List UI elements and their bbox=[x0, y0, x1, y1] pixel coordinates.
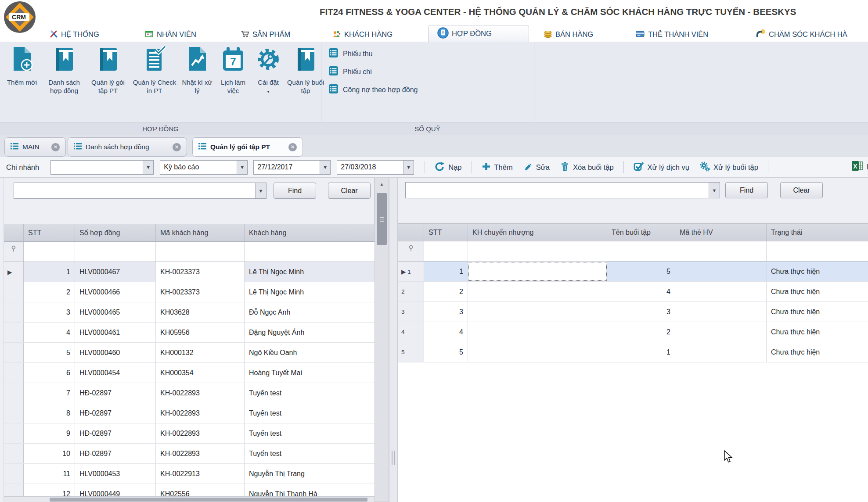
filter-cell[interactable] bbox=[75, 242, 156, 262]
cell-so-hop-dong[interactable]: HĐ-02897 bbox=[75, 444, 156, 463]
cell-stt[interactable]: 6 bbox=[24, 363, 75, 383]
right-search-input[interactable] bbox=[406, 183, 709, 198]
cell-ma-khach-hang[interactable]: KH000354 bbox=[156, 363, 245, 383]
cell-stt[interactable]: 11 bbox=[24, 464, 75, 484]
cell-so-hop-dong[interactable]: HLV0000466 bbox=[75, 282, 156, 302]
left-find-button[interactable]: Find bbox=[274, 183, 316, 199]
cell-ma-khach-hang[interactable]: KH-0022893 bbox=[156, 423, 245, 443]
them-button[interactable]: Thêm bbox=[482, 162, 513, 173]
quan-ly-check-in-pt-button[interactable]: Quản lý Check in PT bbox=[130, 43, 179, 95]
filter-cell[interactable] bbox=[675, 241, 767, 261]
left-search-input[interactable] bbox=[14, 183, 255, 198]
cell-ten-buoi-tap[interactable]: 5 bbox=[607, 262, 675, 281]
table-row[interactable]: 2 HLV0000466 KH-0023373 Lê Thị Ngọc Minh bbox=[4, 282, 375, 302]
cell-trang-thai[interactable]: Chưa thực hiện bbox=[767, 322, 868, 342]
column-header-so-hop-dong[interactable]: Số hợp đồng bbox=[75, 224, 156, 241]
cell-stt[interactable]: 1 bbox=[24, 262, 75, 282]
close-icon[interactable]: ✕ bbox=[288, 143, 297, 151]
cell-kh-chuyen-nhuong[interactable] bbox=[468, 342, 607, 362]
lich-lam-viec-button[interactable]: 7 Lịch làm việc bbox=[215, 43, 251, 95]
date-to-picker[interactable]: 27/03/2018 ▼ bbox=[337, 160, 414, 175]
cell-kh-chuyen-nhuong[interactable] bbox=[468, 302, 607, 322]
filter-cell[interactable] bbox=[156, 242, 245, 262]
doc-tab-danh-sach-hop-dong[interactable]: Danh sách hợp đồng ✕ bbox=[68, 137, 187, 157]
cell-khach-hang[interactable]: Hoàng Tuyết Mai bbox=[245, 363, 375, 383]
cell-so-hop-dong[interactable]: HLV0000460 bbox=[75, 343, 156, 362]
branch-combobox[interactable]: ▼ bbox=[50, 160, 154, 175]
right-search-combobox[interactable]: ▼ bbox=[405, 182, 720, 198]
cell-ten-buoi-tap[interactable]: 3 bbox=[607, 302, 675, 322]
cell-khach-hang[interactable]: Đặng Nguyệt Ánh bbox=[245, 323, 375, 342]
left-horizontal-scrollbar[interactable] bbox=[4, 496, 375, 502]
cell-trang-thai[interactable]: Chưa thực hiện bbox=[767, 262, 868, 281]
cell-stt[interactable]: 2 bbox=[24, 282, 75, 302]
cell-stt[interactable]: 5 bbox=[24, 343, 75, 362]
cell-ma-the-hv[interactable] bbox=[675, 322, 767, 342]
cell-so-hop-dong[interactable]: HLV0000465 bbox=[75, 302, 156, 322]
phieu-chi-button[interactable]: Phiếu chi bbox=[328, 66, 418, 78]
filter-cell[interactable] bbox=[607, 241, 675, 261]
ribbon-tab-khach-hang[interactable]: KHÁCH HÀNG bbox=[332, 27, 393, 42]
cell-khach-hang[interactable]: Nguyễn Thị Trang bbox=[245, 464, 375, 484]
date-from-picker[interactable]: 27/12/2017 ▼ bbox=[253, 160, 331, 175]
cell-ma-the-hv[interactable] bbox=[675, 302, 767, 322]
column-header-stt[interactable]: STT bbox=[24, 224, 75, 241]
table-row[interactable]: 10 HĐ-02897 KH-0022893 Tuyến test bbox=[4, 444, 375, 464]
cell-khach-hang[interactable]: Tuyến test bbox=[245, 403, 375, 423]
cai-dat-button[interactable]: Cài đặt ▾ bbox=[251, 43, 285, 96]
cell-khach-hang[interactable]: Lê Thị Ngọc Minh bbox=[245, 282, 375, 302]
scrollbar-thumb[interactable] bbox=[377, 193, 387, 245]
nap-button[interactable]: Nạp bbox=[435, 161, 461, 173]
filter-cell[interactable] bbox=[424, 241, 468, 261]
cell-ma-khach-hang[interactable]: KH000132 bbox=[156, 343, 245, 362]
scrollbar-thumb[interactable] bbox=[50, 498, 367, 502]
left-vertical-scrollbar[interactable]: ▲ bbox=[375, 178, 389, 502]
cell-stt[interactable]: 5 bbox=[424, 342, 468, 362]
cell-khach-hang[interactable]: Tuyến test bbox=[245, 444, 375, 463]
sua-button[interactable]: Sửa bbox=[523, 162, 550, 173]
left-clear-button[interactable]: Clear bbox=[328, 183, 371, 199]
cell-ma-khach-hang[interactable]: KH-0022893 bbox=[156, 403, 245, 423]
ribbon-tab-nhan-vien[interactable]: NHÂN VIÊN bbox=[145, 27, 196, 42]
table-row[interactable]: 4 4 2 Chưa thực hiện bbox=[398, 322, 868, 342]
table-row[interactable]: 11 HLV0000453 KH-0022913 Nguyễn Thị Tran… bbox=[4, 464, 375, 484]
cell-trang-thai[interactable]: Chưa thực hiện bbox=[767, 342, 868, 362]
ribbon-tab-cham-soc[interactable]: CHĂM SÓC KHÁCH HÀ bbox=[756, 27, 847, 42]
cell-khach-hang[interactable]: Đỗ Ngọc Anh bbox=[245, 302, 375, 322]
cell-khach-hang[interactable]: Ngô Kiều Oanh bbox=[245, 343, 375, 362]
ribbon-tab-ban-hang[interactable]: BÁN HÀNG bbox=[544, 27, 593, 42]
cong-no-theo-hop-dong-button[interactable]: Công nợ theo hợp đồng bbox=[328, 84, 418, 96]
right-find-button[interactable]: Find bbox=[725, 182, 768, 198]
table-row[interactable]: 5 HLV0000460 KH000132 Ngô Kiều Oanh bbox=[4, 343, 375, 363]
column-header-ten-buoi-tap[interactable]: Tên buổi tập bbox=[607, 224, 675, 241]
cell-ten-buoi-tap[interactable]: 2 bbox=[607, 322, 675, 342]
table-row[interactable]: 3 HLV0000465 KH03628 Đỗ Ngọc Anh bbox=[4, 302, 375, 323]
chevron-down-icon[interactable]: ▼ bbox=[237, 161, 247, 174]
column-header-kh-chuyen-nhuong[interactable]: KH chuyển nhượng bbox=[468, 224, 607, 241]
table-row[interactable]: 4 HLV0000461 KH05956 Đặng Nguyệt Ánh bbox=[4, 323, 375, 343]
cell-stt[interactable]: 4 bbox=[424, 322, 468, 342]
cell-stt[interactable]: 3 bbox=[424, 302, 468, 322]
phieu-thu-button[interactable]: Phiếu thu bbox=[328, 48, 418, 60]
cell-so-hop-dong[interactable]: HĐ-02897 bbox=[75, 383, 156, 403]
cell-stt[interactable]: 8 bbox=[24, 403, 75, 423]
cell-ma-khach-hang[interactable]: KH05956 bbox=[156, 323, 245, 342]
cell-kh-chuyen-nhuong[interactable] bbox=[468, 322, 607, 342]
cell-stt[interactable]: 10 bbox=[24, 444, 75, 463]
cell-khach-hang[interactable]: Tuyến test bbox=[245, 423, 375, 443]
table-row[interactable]: ▶ 1 HLV0000467 KH-0023373 Lê Thị Ngọc Mi… bbox=[4, 262, 375, 282]
cell-kh-chuyen-nhuong[interactable] bbox=[468, 282, 607, 301]
cell-ten-buoi-tap[interactable]: 1 bbox=[607, 342, 675, 362]
danh-sach-hop-dong-button[interactable]: Danh sách hợp đồng bbox=[42, 43, 86, 95]
cell-so-hop-dong[interactable]: HLV0000461 bbox=[75, 323, 156, 342]
table-row[interactable]: 2 2 4 Chưa thực hiện bbox=[398, 282, 868, 302]
ribbon-tab-hop-dong[interactable]: HỢP ĐỒNG bbox=[428, 25, 529, 42]
cell-stt[interactable]: 1 bbox=[424, 262, 468, 281]
column-header-ma-the-hv[interactable]: Mã thẻ HV bbox=[675, 224, 767, 241]
cell-stt[interactable]: 4 bbox=[24, 323, 75, 342]
chevron-down-icon[interactable]: ▼ bbox=[320, 161, 330, 174]
cell-stt[interactable]: 7 bbox=[24, 383, 75, 403]
cell-ma-khach-hang[interactable]: KH03628 bbox=[156, 302, 245, 322]
xu-ly-buoi-tap-button[interactable]: Xử lý buổi tập bbox=[700, 161, 758, 173]
chevron-down-icon[interactable]: ▼ bbox=[403, 161, 414, 174]
